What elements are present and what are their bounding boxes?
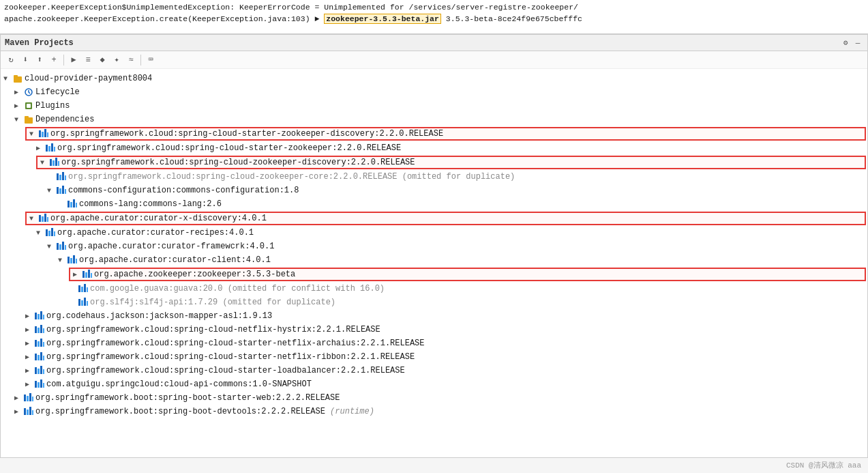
- icon-dep2-1-1-1: [68, 255, 77, 266]
- toggle-dep2-1-1-1[interactable]: ▼: [58, 257, 66, 264]
- download-btn[interactable]: ⬇: [19, 54, 31, 66]
- toggle-dep10[interactable]: ▶: [14, 407, 23, 416]
- add-btn[interactable]: +: [48, 54, 60, 66]
- tree-item-dep1-2[interactable]: ▼org.springframework.cloud:spring-cloud-…: [36, 156, 866, 169]
- toggle-dep9[interactable]: ▶: [14, 394, 23, 402]
- icon-dep7: [35, 366, 44, 376]
- toggle-dep1-2-2[interactable]: ▼: [47, 187, 55, 195]
- tree-item-dep1[interactable]: ▼org.springframework.cloud:spring-cloud-…: [25, 127, 866, 141]
- toggle-root[interactable]: ▼: [3, 75, 12, 83]
- toggle-dep2-1[interactable]: ▼: [36, 229, 44, 237]
- tree-item-dep2[interactable]: ▼org.apache.curator:curator-x-discovery:…: [25, 212, 866, 225]
- icon-dep2-1: [46, 228, 55, 238]
- toggle-lifecycle[interactable]: ▶: [14, 88, 23, 96]
- refresh-btn[interactable]: ↻: [5, 54, 17, 66]
- tree-item-dep2-1-1-1-2[interactable]: com.google.guava:guava:20.0 (omitted for…: [1, 282, 867, 296]
- tree-item-dep5[interactable]: ▶org.springframework.cloud:spring-cloud-…: [1, 336, 867, 350]
- svg-rect-71: [35, 354, 37, 360]
- svg-rect-34: [47, 217, 48, 222]
- svg-rect-48: [85, 272, 87, 278]
- svg-rect-68: [38, 341, 40, 347]
- list-btn[interactable]: ≡: [82, 54, 94, 66]
- svg-rect-10: [47, 132, 48, 137]
- upload-btn[interactable]: ⬆: [33, 54, 46, 66]
- terminal-btn[interactable]: ⌨: [145, 54, 157, 66]
- icon-dep2: [39, 214, 48, 224]
- toggle-dep8[interactable]: ▶: [25, 380, 33, 388]
- tree-item-dep6[interactable]: ▶org.springframework.cloud:spring-cloud-…: [1, 350, 867, 364]
- toggle-dep4[interactable]: ▶: [25, 326, 33, 334]
- icon-dep10: [24, 407, 33, 417]
- tree-item-lifecycle[interactable]: ▶Lifecycle: [1, 85, 867, 99]
- svg-rect-11: [46, 145, 48, 152]
- tree-item-dep1-2-2-1[interactable]: commons-lang:commons-lang:2.6: [1, 197, 867, 211]
- svg-rect-26: [65, 189, 66, 194]
- svg-rect-66: [43, 328, 44, 333]
- svg-rect-45: [73, 255, 75, 263]
- svg-rect-78: [43, 369, 44, 374]
- gear-icon[interactable]: ⚙: [840, 38, 851, 48]
- toggle-plugins[interactable]: ▶: [14, 102, 23, 110]
- tree-item-dep2-1-1[interactable]: ▼org.apache.curator:curator-framewcrk:4.…: [1, 240, 867, 253]
- toggle-dep2-1-1[interactable]: ▼: [47, 243, 55, 250]
- svg-rect-88: [27, 410, 29, 415]
- tree-item-dep1-2-2[interactable]: ▼commons-configuration:commons-configura…: [1, 184, 867, 197]
- toggle-dep3[interactable]: ▶: [25, 312, 33, 320]
- icon-dep8: [35, 379, 44, 390]
- svg-rect-47: [83, 271, 85, 278]
- minus-icon[interactable]: —: [852, 38, 863, 48]
- label-plugins: Plugins: [35, 101, 70, 111]
- toggle-dep1-1[interactable]: ▶: [36, 144, 44, 152]
- tree-item-dep7[interactable]: ▶org.springframework.cloud:spring-cloud-…: [1, 364, 867, 377]
- toggle-dep1-2[interactable]: ▼: [40, 159, 48, 167]
- svg-rect-43: [68, 257, 70, 263]
- tree-item-dep2-1-1-1-3[interactable]: org.slf4j:slf4j-api:1.7.29 (omitted for …: [1, 296, 867, 309]
- tree-item-dep3[interactable]: ▶org.codehaus.jackson:jackson-mapper-asl…: [1, 309, 867, 323]
- icon-dep1-2-2: [57, 186, 66, 196]
- svg-rect-7: [39, 130, 41, 137]
- svg-rect-4: [27, 104, 31, 108]
- svg-rect-81: [40, 379, 42, 388]
- label-dep1-2-2: commons-configuration:commons-configurat…: [68, 186, 299, 195]
- label-dep2-1-1-1-1: org.apache.zookeeper:zookeeper:3.5.3-bet…: [94, 270, 295, 279]
- toggle-dep2-1-1-1-1[interactable]: ▶: [73, 270, 81, 278]
- tree-item-dep1-2-1[interactable]: org.springframework.cloud:spring-cloud-z…: [1, 170, 867, 184]
- toggle-dependencies[interactable]: ▼: [14, 116, 23, 124]
- svg-rect-63: [35, 326, 37, 333]
- tree-item-root[interactable]: ▼cloud-provider-payment8004: [1, 72, 867, 85]
- tree-item-dep2-1[interactable]: ▼org.apache.curator:curator-recipes:4.0.…: [1, 226, 867, 240]
- tree-item-dep10[interactable]: ▶org.springframework.boot:spring-boot-de…: [1, 405, 867, 418]
- toggle-dep2[interactable]: ▼: [29, 215, 38, 223]
- svg-rect-58: [87, 301, 88, 306]
- label-dep1-1: org.springframework.cloud:spring-cloud-s…: [57, 143, 401, 153]
- label-dependencies: Dependencies: [35, 115, 94, 124]
- wave-btn[interactable]: ≈: [125, 54, 137, 66]
- tree-item-dep8[interactable]: ▶com.atguigu.springcloud:cloud-api-commo…: [1, 377, 867, 391]
- tree-item-dep2-1-1-1-1[interactable]: ▶org.apache.zookeeper:zookeeper:3.5.3-be…: [69, 268, 866, 281]
- star-btn[interactable]: ✦: [110, 54, 123, 66]
- tree-item-plugins[interactable]: ▶Plugins: [1, 99, 867, 113]
- toggle-dep7[interactable]: ▶: [25, 367, 33, 375]
- svg-rect-6: [25, 116, 29, 119]
- error-bar: zookeeper.KeeperException$UnimplementedE…: [0, 0, 868, 34]
- toggle-dep1[interactable]: ▼: [29, 130, 38, 138]
- svg-rect-87: [24, 408, 26, 415]
- label-dep3: org.codehaus.jackson:jackson-mapper-asl:…: [46, 311, 272, 321]
- error-text-1: zookeeper.KeeperException$UnimplementedE…: [4, 3, 578, 12]
- dependency-tree[interactable]: ▼cloud-provider-payment8004▶Lifecycle▶Pl…: [1, 69, 867, 457]
- svg-rect-67: [35, 340, 37, 347]
- toggle-dep6[interactable]: ▶: [25, 353, 33, 361]
- tree-item-dep1-1[interactable]: ▶org.springframework.cloud:spring-cloud-…: [1, 141, 867, 155]
- error-text-2-suffix: 3.5.3-beta-8ce24f9e675cbefffc: [446, 14, 582, 23]
- tree-item-dependencies[interactable]: ▼Dependencies: [1, 113, 867, 126]
- icon-dep9: [24, 393, 33, 403]
- diamond-btn[interactable]: ◆: [96, 54, 108, 66]
- tree-item-dep9[interactable]: ▶org.springframework.boot:spring-boot-st…: [1, 391, 867, 405]
- svg-rect-69: [40, 339, 42, 347]
- toggle-dep5[interactable]: ▶: [25, 339, 33, 347]
- tree-item-dep4[interactable]: ▶org.springframework.cloud:spring-cloud-…: [1, 323, 867, 336]
- tree-item-dep2-1-1-1[interactable]: ▼org.apache.curator:curator-client:4.0.1: [1, 253, 867, 267]
- svg-rect-15: [50, 159, 52, 166]
- run-btn[interactable]: ▶: [68, 54, 80, 66]
- svg-rect-21: [62, 172, 64, 180]
